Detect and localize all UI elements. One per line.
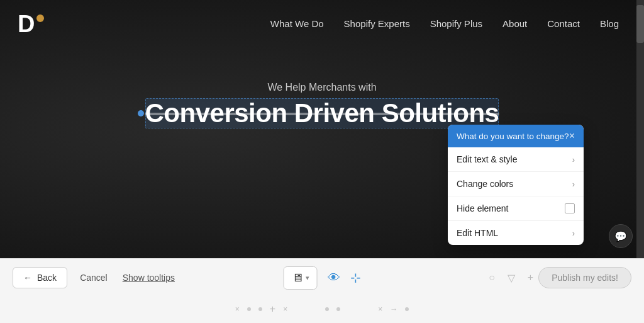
scrollbar-thumb[interactable] [636,5,644,43]
context-popup: What do you want to change? × Edit text … [448,125,584,245]
popup-item-edit-html[interactable]: Edit HTML › [448,221,584,245]
nav-link-contact[interactable]: Contact [547,18,580,29]
popup-header: What do you want to change? × [448,125,584,147]
device-icon: 🖥 [292,271,303,285]
chat-button[interactable]: 💬 [609,224,633,248]
cursor-button[interactable]: ⊹ [350,270,361,285]
eye-button[interactable]: 👁 [328,271,340,285]
plus-icon-dots: + [270,303,275,315]
popup-item-change-colors[interactable]: Change colors › [448,172,584,196]
dot-row-center [325,307,340,311]
eye-icon: 👁 [328,271,340,285]
toolbar-center: 🖥 ▾ 👁 ⊹ [284,266,361,290]
nav-link-what-we-do[interactable]: What We Do [270,18,324,29]
publish-area: ○ ▽ + Publish my edits! [489,267,631,288]
toolbar-left: ← Back Cancel Show tooltips [13,267,177,288]
x-icon-3: × [378,305,382,314]
toolbar-dots: × + × × → [0,297,644,322]
show-tooltips-button[interactable]: Show tooltips [120,270,177,285]
bottom-toolbar: ← Back Cancel Show tooltips 🖥 ▾ 👁 ⊹ ○ [0,258,644,323]
hero-subtitle: We Help Merchants with [0,82,644,93]
dot-4 [336,307,340,311]
chevron-right-icon-3: › [572,229,575,238]
back-arrow-icon: ← [23,273,32,283]
chat-icon: 💬 [614,230,627,242]
nav-link-shopify-experts[interactable]: Shopify Experts [344,18,410,29]
hero-section: We Help Merchants with Conversion Driven… [0,47,644,128]
hero-title-wrapper[interactable]: Conversion Driven Solutions [145,98,499,128]
x-icon-2: × [283,305,287,314]
dot-5 [405,307,409,311]
hide-element-checkbox[interactable] [565,203,575,213]
device-chevron-icon: ▾ [306,274,309,282]
selection-handle [138,110,144,116]
popup-item-change-colors-label: Change colors [457,179,513,189]
logo: D [18,12,44,36]
x-icon-1: × [235,305,240,314]
toolbar-main: ← Back Cancel Show tooltips 🖥 ▾ 👁 ⊹ ○ [0,259,644,297]
chevron-right-icon: › [572,155,575,164]
popup-item-hide-element[interactable]: Hide element [448,196,584,221]
publish-button[interactable]: Publish my edits! [538,267,631,288]
nav-link-blog[interactable]: Blog [600,18,619,29]
website-preview: D What We Do Shopify Experts Shopify Plu… [0,0,644,258]
back-label: Back [37,273,57,283]
popup-item-edit-html-label: Edit HTML [457,228,498,238]
popup-header-text: What do you want to change? [457,132,569,141]
dot-3 [325,307,329,311]
dot-2 [258,307,262,311]
arrow-icon: → [390,305,397,314]
logo-dot [36,14,44,22]
triangle-icon: ▽ [508,272,515,284]
nav-link-shopify-plus[interactable]: Shopify Plus [430,18,482,29]
circle-icon: ○ [489,272,495,283]
plus-icon-right: + [528,272,533,283]
back-button[interactable]: ← Back [13,267,67,288]
dot-1 [247,307,251,311]
dot-row-right: × → [378,305,409,314]
toolbar-right: ○ ▽ + Publish my edits! [489,267,631,288]
cursor-icon: ⊹ [350,271,361,285]
hero-title[interactable]: Conversion Driven Solutions [145,98,499,128]
popup-item-hide-element-label: Hide element [457,203,509,213]
nav-link-about[interactable]: About [502,18,527,29]
logo-letter: D [18,12,34,36]
cancel-button[interactable]: Cancel [77,270,110,285]
publish-icons: ○ ▽ + [489,272,533,284]
navigation: D What We Do Shopify Experts Shopify Plu… [0,0,644,47]
popup-item-edit-text[interactable]: Edit text & style › [448,147,584,172]
popup-close-button[interactable]: × [569,131,575,141]
chevron-right-icon-2: › [572,179,575,189]
popup-item-edit-text-label: Edit text & style [457,154,517,164]
dot-row-left: × + × [235,303,287,315]
scrollbar[interactable] [636,0,644,258]
device-selector-button[interactable]: 🖥 ▾ [284,266,318,290]
nav-links: What We Do Shopify Experts Shopify Plus … [270,18,631,29]
